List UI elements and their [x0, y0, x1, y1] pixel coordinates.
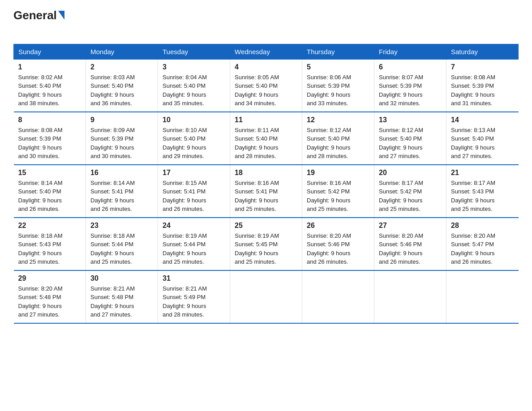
day-info: Sunrise: 8:14 AMSunset: 5:41 PMDaylight:…	[90, 179, 153, 214]
empty-cell	[374, 270, 446, 323]
day-number: 4	[235, 63, 297, 71]
day-info: Sunrise: 8:07 AMSunset: 5:39 PMDaylight:…	[379, 73, 442, 108]
empty-cell	[302, 270, 374, 323]
day-info: Sunrise: 8:17 AMSunset: 5:43 PMDaylight:…	[451, 179, 514, 214]
day-cell-25: 25Sunrise: 8:19 AMSunset: 5:45 PMDayligh…	[230, 218, 302, 270]
day-info: Sunrise: 8:09 AMSunset: 5:39 PMDaylight:…	[90, 126, 153, 161]
day-number: 20	[379, 169, 442, 177]
day-cell-5: 5Sunrise: 8:06 AMSunset: 5:39 PMDaylight…	[302, 59, 374, 112]
week-row-3: 15Sunrise: 8:14 AMSunset: 5:40 PMDayligh…	[14, 165, 519, 218]
day-cell-9: 9Sunrise: 8:09 AMSunset: 5:39 PMDaylight…	[86, 112, 158, 165]
logo-general: General	[13, 9, 57, 22]
day-cell-20: 20Sunrise: 8:17 AMSunset: 5:42 PMDayligh…	[374, 165, 446, 218]
day-info: Sunrise: 8:19 AMSunset: 5:45 PMDaylight:…	[235, 231, 297, 266]
day-number: 2	[90, 63, 153, 71]
day-cell-13: 13Sunrise: 8:12 AMSunset: 5:40 PMDayligh…	[374, 112, 446, 165]
day-number: 30	[90, 274, 153, 283]
day-info: Sunrise: 8:20 AMSunset: 5:47 PMDaylight:…	[451, 231, 514, 266]
header-day-thursday: Thursday	[302, 44, 374, 59]
day-info: Sunrise: 8:03 AMSunset: 5:40 PMDaylight:…	[90, 73, 153, 108]
day-info: Sunrise: 8:02 AMSunset: 5:40 PMDaylight:…	[18, 73, 82, 108]
calendar-body: 1Sunrise: 8:02 AMSunset: 5:40 PMDaylight…	[14, 59, 519, 323]
day-info: Sunrise: 8:17 AMSunset: 5:42 PMDaylight:…	[379, 179, 442, 214]
logo-bottom-row	[13, 22, 14, 36]
day-cell-8: 8Sunrise: 8:08 AMSunset: 5:39 PMDaylight…	[14, 112, 86, 165]
day-number: 12	[307, 116, 369, 124]
day-number: 31	[163, 274, 225, 283]
day-cell-22: 22Sunrise: 8:18 AMSunset: 5:43 PMDayligh…	[14, 218, 86, 270]
day-cell-21: 21Sunrise: 8:17 AMSunset: 5:43 PMDayligh…	[446, 165, 519, 218]
logo-top-row: General	[13, 9, 64, 22]
day-info: Sunrise: 8:21 AMSunset: 5:48 PMDaylight:…	[90, 284, 153, 319]
day-cell-30: 30Sunrise: 8:21 AMSunset: 5:48 PMDayligh…	[86, 270, 158, 323]
day-info: Sunrise: 8:14 AMSunset: 5:40 PMDaylight:…	[18, 179, 82, 214]
day-cell-16: 16Sunrise: 8:14 AMSunset: 5:41 PMDayligh…	[86, 165, 158, 218]
week-row-2: 8Sunrise: 8:08 AMSunset: 5:39 PMDaylight…	[14, 112, 519, 165]
day-cell-3: 3Sunrise: 8:04 AMSunset: 5:40 PMDaylight…	[158, 59, 230, 112]
day-number: 29	[18, 274, 82, 283]
day-info: Sunrise: 8:10 AMSunset: 5:40 PMDaylight:…	[163, 126, 225, 161]
day-number: 28	[451, 222, 514, 230]
day-cell-4: 4Sunrise: 8:05 AMSunset: 5:40 PMDaylight…	[230, 59, 302, 112]
day-cell-10: 10Sunrise: 8:10 AMSunset: 5:40 PMDayligh…	[158, 112, 230, 165]
day-number: 26	[307, 222, 369, 230]
day-cell-24: 24Sunrise: 8:19 AMSunset: 5:44 PMDayligh…	[158, 218, 230, 270]
day-number: 18	[235, 169, 297, 177]
day-info: Sunrise: 8:08 AMSunset: 5:39 PMDaylight:…	[18, 126, 82, 161]
day-number: 16	[90, 169, 153, 177]
day-cell-31: 31Sunrise: 8:21 AMSunset: 5:49 PMDayligh…	[158, 270, 230, 323]
day-number: 10	[163, 116, 225, 124]
day-info: Sunrise: 8:16 AMSunset: 5:42 PMDaylight:…	[307, 179, 369, 214]
week-row-5: 29Sunrise: 8:20 AMSunset: 5:48 PMDayligh…	[14, 270, 519, 323]
day-number: 7	[451, 63, 514, 71]
day-info: Sunrise: 8:20 AMSunset: 5:46 PMDaylight:…	[307, 231, 369, 266]
day-cell-12: 12Sunrise: 8:12 AMSunset: 5:40 PMDayligh…	[302, 112, 374, 165]
day-info: Sunrise: 8:15 AMSunset: 5:41 PMDaylight:…	[163, 179, 225, 214]
day-info: Sunrise: 8:18 AMSunset: 5:43 PMDaylight:…	[18, 231, 82, 266]
header-day-tuesday: Tuesday	[158, 44, 230, 59]
day-cell-7: 7Sunrise: 8:08 AMSunset: 5:39 PMDaylight…	[446, 59, 519, 112]
day-info: Sunrise: 8:16 AMSunset: 5:41 PMDaylight:…	[235, 179, 297, 214]
day-number: 21	[451, 169, 514, 177]
day-info: Sunrise: 8:05 AMSunset: 5:40 PMDaylight:…	[235, 73, 297, 108]
day-number: 11	[235, 116, 297, 124]
day-cell-27: 27Sunrise: 8:20 AMSunset: 5:46 PMDayligh…	[374, 218, 446, 270]
day-info: Sunrise: 8:13 AMSunset: 5:40 PMDaylight:…	[451, 126, 514, 161]
week-row-4: 22Sunrise: 8:18 AMSunset: 5:43 PMDayligh…	[14, 218, 519, 270]
day-info: Sunrise: 8:12 AMSunset: 5:40 PMDaylight:…	[307, 126, 369, 161]
header-row: SundayMondayTuesdayWednesdayThursdayFrid…	[14, 44, 519, 59]
empty-cell	[446, 270, 519, 323]
day-number: 5	[307, 63, 369, 71]
day-info: Sunrise: 8:04 AMSunset: 5:40 PMDaylight:…	[163, 73, 225, 108]
day-info: Sunrise: 8:20 AMSunset: 5:46 PMDaylight:…	[379, 231, 442, 266]
day-info: Sunrise: 8:21 AMSunset: 5:49 PMDaylight:…	[163, 284, 225, 319]
day-info: Sunrise: 8:20 AMSunset: 5:48 PMDaylight:…	[18, 284, 82, 319]
logo: General	[13, 9, 64, 36]
day-info: Sunrise: 8:12 AMSunset: 5:40 PMDaylight:…	[379, 126, 442, 161]
day-number: 1	[18, 63, 82, 71]
header-day-sunday: Sunday	[14, 44, 86, 59]
day-number: 14	[451, 116, 514, 124]
day-cell-28: 28Sunrise: 8:20 AMSunset: 5:47 PMDayligh…	[446, 218, 519, 270]
header-day-friday: Friday	[374, 44, 446, 59]
day-cell-6: 6Sunrise: 8:07 AMSunset: 5:39 PMDaylight…	[374, 59, 446, 112]
day-cell-26: 26Sunrise: 8:20 AMSunset: 5:46 PMDayligh…	[302, 218, 374, 270]
day-info: Sunrise: 8:08 AMSunset: 5:39 PMDaylight:…	[451, 73, 514, 108]
calendar-header: SundayMondayTuesdayWednesdayThursdayFrid…	[14, 44, 519, 59]
day-cell-23: 23Sunrise: 8:18 AMSunset: 5:44 PMDayligh…	[86, 218, 158, 270]
day-cell-1: 1Sunrise: 8:02 AMSunset: 5:40 PMDaylight…	[14, 59, 86, 112]
day-number: 6	[379, 63, 442, 71]
day-cell-19: 19Sunrise: 8:16 AMSunset: 5:42 PMDayligh…	[302, 165, 374, 218]
header-day-saturday: Saturday	[446, 44, 519, 59]
day-number: 15	[18, 169, 82, 177]
day-info: Sunrise: 8:11 AMSunset: 5:40 PMDaylight:…	[235, 126, 297, 161]
day-cell-18: 18Sunrise: 8:16 AMSunset: 5:41 PMDayligh…	[230, 165, 302, 218]
day-number: 19	[307, 169, 369, 177]
header-day-monday: Monday	[86, 44, 158, 59]
empty-cell	[230, 270, 302, 323]
day-cell-2: 2Sunrise: 8:03 AMSunset: 5:40 PMDaylight…	[86, 59, 158, 112]
week-row-1: 1Sunrise: 8:02 AMSunset: 5:40 PMDaylight…	[14, 59, 519, 112]
day-info: Sunrise: 8:18 AMSunset: 5:44 PMDaylight:…	[90, 231, 153, 266]
page-header: General	[13, 9, 519, 36]
day-cell-15: 15Sunrise: 8:14 AMSunset: 5:40 PMDayligh…	[14, 165, 86, 218]
